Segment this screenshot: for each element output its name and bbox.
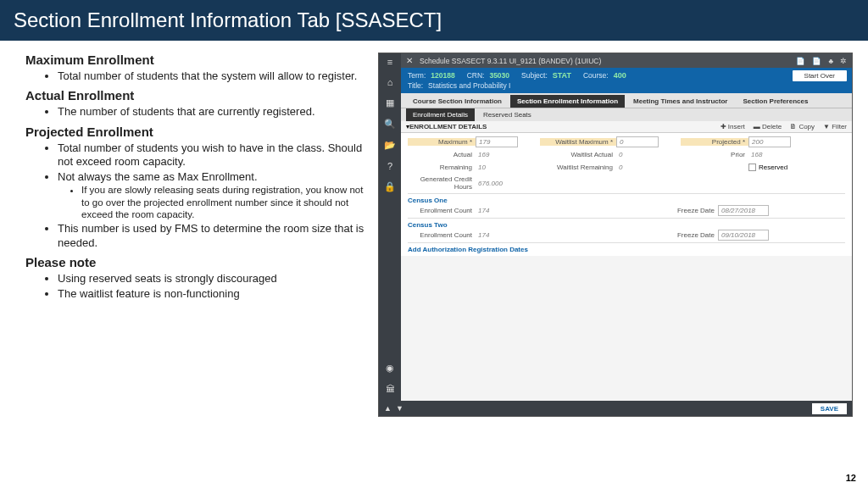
value-prior: 168 <box>748 149 791 160</box>
save-button[interactable]: SAVE <box>812 403 847 414</box>
tab-meeting-times[interactable]: Meeting Times and Instructor <box>626 95 734 108</box>
tab-section-enrollment[interactable]: Section Enrollment Information <box>510 95 625 108</box>
value-waitlist-actual: 0 <box>616 149 659 160</box>
label-maximum: Maximum * <box>408 138 476 146</box>
home-icon[interactable]: ⌂ <box>387 77 393 87</box>
bullet: The waitlist feature is non-functioning <box>58 287 364 301</box>
app-screenshot: ≡ ⌂ ▦ 🔍 📂 ? 🔒 ◉ 🏛 ✕ Schedule SSASECT 9.3… <box>378 53 853 417</box>
section-title: ENROLLMENT DETAILS <box>409 123 487 130</box>
gear-icon[interactable]: ✲ <box>840 57 847 65</box>
label-generated-credit-hours: Generated Credit Hours <box>408 176 476 191</box>
window-title: Schedule SSASECT 9.3.11 UI_9121 (BANDEV)… <box>420 57 601 65</box>
app-titlebar: ✕ Schedule SSASECT 9.3.11 UI_9121 (BANDE… <box>401 53 852 68</box>
input-c1-freeze[interactable]: 08/27/2018 <box>718 205 769 216</box>
tab-row-primary: Course Section Information Section Enrol… <box>401 93 852 108</box>
label-prior: Prior <box>681 151 748 158</box>
input-maximum[interactable]: 179 <box>476 136 518 147</box>
heading-actual: Actual Enrollment <box>25 88 364 103</box>
heading-note: Please note <box>25 255 364 269</box>
label-actual: Actual <box>408 151 476 158</box>
heading-maximum: Maximum Enrollment <box>25 53 364 67</box>
context-bar: Term:120188 CRN:35030 Subject:STAT Cours… <box>401 68 852 93</box>
bullet: Using reserved seats is strongly discour… <box>58 272 364 286</box>
subtab-reserved-seats[interactable]: Reserved Seats <box>476 108 538 121</box>
value-waitlist-remaining: 0 <box>616 162 659 173</box>
bullet: Total number of students you wish to hav… <box>58 141 364 169</box>
label-waitlist-remaining: Waitlist Remaining <box>540 164 616 171</box>
tab-row-secondary: Enrollment Details Reserved Seats <box>401 108 852 121</box>
filter-button[interactable]: ▼ Filter <box>823 123 847 130</box>
sub-bullet: If you are slowly releasing seats during… <box>81 184 364 220</box>
input-c2-freeze[interactable]: 09/10/2018 <box>718 230 769 241</box>
user-icon[interactable]: ◉ <box>386 363 394 374</box>
bullet: Not always the same as Max Enrollment. I… <box>58 170 364 220</box>
page-number: 12 <box>846 473 856 483</box>
sitemap-icon[interactable]: ♣ <box>828 57 833 65</box>
value-actual: 169 <box>476 149 518 160</box>
grid-icon[interactable]: ▦ <box>386 97 394 108</box>
prev-icon[interactable]: ▼ <box>396 404 403 413</box>
start-over-button[interactable]: Start Over <box>793 70 847 81</box>
form-body: Maximum *179 Waitlist Maximum *0 Project… <box>401 133 852 256</box>
close-icon[interactable]: ✕ <box>406 56 413 65</box>
label-waitlist-max: Waitlist Maximum * <box>540 138 616 146</box>
value-c1-count: 174 <box>476 205 518 216</box>
tab-course-section[interactable]: Course Section Information <box>406 95 509 108</box>
bullet: Total number of students that the system… <box>58 69 364 83</box>
lock-icon[interactable]: 🔒 <box>384 181 396 192</box>
building-icon[interactable]: 🏛 <box>386 384 395 394</box>
label-projected: Projected * <box>681 138 748 146</box>
explanatory-text: Maximum Enrollment Total number of stude… <box>25 53 364 417</box>
label-remaining: Remaining <box>408 164 476 171</box>
checkbox-reserved[interactable] <box>748 164 756 171</box>
census-two-header: Census Two <box>408 218 845 230</box>
value-c2-count: 174 <box>476 230 518 241</box>
label-c1-count: Enrollment Count <box>408 207 476 214</box>
value-generated-credit-hours: 676.000 <box>476 178 518 189</box>
label-c1-freeze: Freeze Date <box>650 207 718 214</box>
insert-button[interactable]: ✚ Insert <box>721 123 745 130</box>
menu-icon[interactable]: ≡ <box>387 57 392 67</box>
search-icon[interactable]: 🔍 <box>384 119 396 130</box>
page-icon[interactable]: 📄 <box>812 57 821 65</box>
census-one-header: Census One <box>408 193 845 205</box>
help-icon[interactable]: ? <box>387 161 392 171</box>
bullet: The number of students that are currentl… <box>58 105 364 119</box>
label-c2-freeze: Freeze Date <box>650 231 718 239</box>
subtab-enrollment-details[interactable]: Enrollment Details <box>406 108 475 121</box>
auth-dates-header: Add Authorization Registration Dates <box>408 242 845 254</box>
value-remaining: 10 <box>476 162 518 173</box>
add-icon[interactable]: 📄 <box>796 57 805 65</box>
label-c2-count: Enrollment Count <box>408 231 476 239</box>
delete-button[interactable]: ▬ Delete <box>754 123 782 130</box>
bullet: This number is used by FMS to determine … <box>58 222 364 250</box>
copy-button[interactable]: 🗎 Copy <box>790 123 815 130</box>
folder-icon[interactable]: 📂 <box>384 140 396 151</box>
tab-section-preferences[interactable]: Section Preferences <box>736 95 815 108</box>
first-icon[interactable]: ▲ <box>384 404 392 413</box>
section-toolbar: ▾ ENROLLMENT DETAILS ✚ Insert ▬ Delete 🗎… <box>401 121 852 133</box>
app-footer: ▲ ▼ SAVE <box>379 401 852 416</box>
input-waitlist-max[interactable]: 0 <box>616 136 659 147</box>
app-sidebar: ≡ ⌂ ▦ 🔍 📂 ? 🔒 ◉ 🏛 <box>379 53 401 401</box>
heading-projected: Projected Enrollment <box>25 125 364 139</box>
label-waitlist-actual: Waitlist Actual <box>540 151 616 158</box>
slide-title: Section Enrollment Information Tab [SSAS… <box>0 0 868 41</box>
input-projected[interactable]: 200 <box>748 136 791 147</box>
